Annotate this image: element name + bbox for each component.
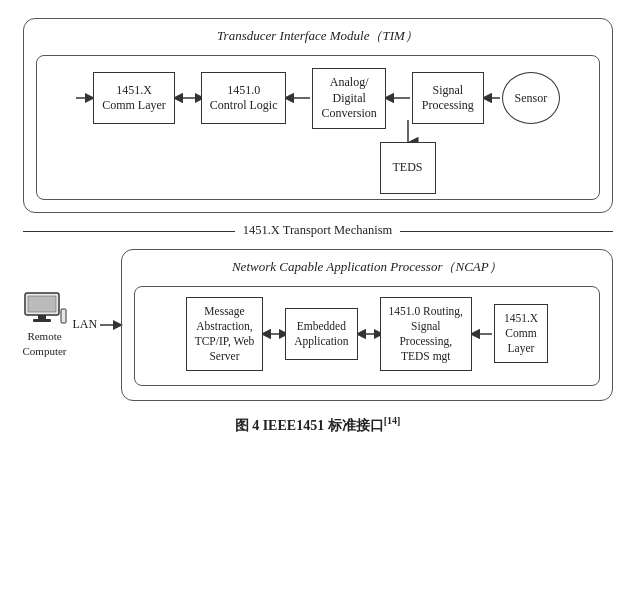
svg-rect-17 bbox=[28, 296, 56, 312]
routing-block: 1451.0 Routing, Signal Processing, TEDS … bbox=[380, 297, 472, 371]
ncap-section: RemoteComputer LAN Network Capable Appli… bbox=[23, 249, 613, 401]
lan-label: LAN bbox=[73, 317, 98, 332]
computer-icon bbox=[23, 291, 67, 327]
transport-line: 1451.X Transport Mechanism bbox=[23, 213, 613, 249]
tim-inner: 1451.X Comm Layer 1451.0 Control Logic bbox=[36, 55, 600, 200]
diagram-container: Transducer Interface Module（TIM） 1451.X … bbox=[23, 18, 613, 401]
embedded-app-block: Embedded Application bbox=[285, 308, 357, 360]
caption-ref: [14] bbox=[384, 415, 401, 426]
teds-block: TEDS bbox=[380, 142, 436, 194]
tim-outer: Transducer Interface Module（TIM） 1451.X … bbox=[23, 18, 613, 213]
lan-connector: LAN bbox=[73, 315, 122, 335]
figure-caption: 图 4 IEEE1451 标准接口[14] bbox=[20, 415, 615, 435]
comm-layer-block: 1451.X Comm Layer bbox=[93, 72, 175, 124]
control-logic-block: 1451.0 Control Logic bbox=[201, 72, 287, 124]
svg-rect-18 bbox=[38, 315, 46, 319]
tim-label: Transducer Interface Module（TIM） bbox=[36, 27, 600, 45]
remote-computer: RemoteComputer bbox=[23, 291, 67, 358]
ncap-blocks-row: Message Abstraction, TCP/IP, Web Server … bbox=[145, 297, 588, 371]
signal-proc-block: Signal Processing bbox=[412, 72, 484, 124]
ncap-inner: Message Abstraction, TCP/IP, Web Server … bbox=[134, 286, 599, 386]
comm-layer-ncap-block: 1451.X Comm Layer bbox=[494, 304, 548, 363]
lan-arrow bbox=[99, 315, 121, 335]
sensor-block: Sensor bbox=[502, 72, 560, 124]
transport-label: 1451.X Transport Mechanism bbox=[235, 223, 401, 238]
svg-rect-20 bbox=[61, 309, 66, 323]
remote-label: RemoteComputer bbox=[23, 329, 67, 358]
msg-abs-block: Message Abstraction, TCP/IP, Web Server bbox=[186, 297, 264, 371]
caption-text: 图 4 IEEE1451 标准接口 bbox=[235, 417, 384, 432]
svg-rect-19 bbox=[33, 319, 51, 322]
ncap-label: Network Capable Application Processor（NC… bbox=[134, 258, 599, 276]
tim-blocks-row: 1451.X Comm Layer 1451.0 Control Logic bbox=[47, 68, 589, 129]
ncap-outer: Network Capable Application Processor（NC… bbox=[121, 249, 612, 401]
